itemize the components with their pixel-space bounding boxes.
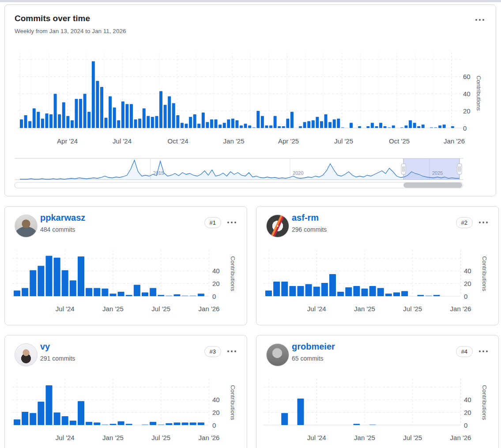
- rank-badge: #4: [456, 346, 473, 357]
- page-title: Commits over time: [15, 14, 90, 23]
- avatar[interactable]: [266, 343, 289, 366]
- svg-text:20: 20: [212, 409, 220, 416]
- svg-text:60: 60: [463, 73, 471, 80]
- svg-text:Jan '25: Jan '25: [354, 434, 375, 441]
- avatar[interactable]: [266, 215, 289, 237]
- svg-text:Jul '24: Jul '24: [307, 434, 326, 441]
- commit-count: 296 commits: [292, 226, 327, 233]
- svg-text:Jan '25: Jan '25: [354, 305, 375, 312]
- svg-text:0: 0: [464, 293, 467, 300]
- svg-text:Jul '24: Jul '24: [56, 305, 75, 312]
- svg-text:Jan '26: Jan '26: [199, 434, 220, 441]
- scrollbar-thumb[interactable]: [403, 183, 462, 188]
- svg-text:Jul '25: Jul '25: [334, 137, 353, 145]
- svg-text:2020: 2020: [293, 170, 303, 176]
- avatar[interactable]: [15, 343, 38, 366]
- kebab-menu-icon[interactable]: [226, 349, 238, 354]
- contributor-name-link[interactable]: ppkarwasz: [40, 213, 85, 223]
- svg-text:0: 0: [212, 293, 216, 300]
- svg-text:40: 40: [464, 267, 471, 275]
- svg-text:Jul '25: Jul '25: [151, 434, 170, 441]
- svg-text:0: 0: [212, 422, 216, 429]
- svg-text:Jan '25: Jan '25: [102, 305, 124, 312]
- svg-text:Apr '25: Apr '25: [278, 137, 299, 145]
- contributor-name-link[interactable]: vy: [40, 342, 50, 352]
- svg-text:Oct '24: Oct '24: [168, 137, 188, 145]
- brush-selection[interactable]: [403, 158, 460, 180]
- svg-text:Jan '25: Jan '25: [102, 434, 124, 441]
- svg-text:20: 20: [464, 409, 471, 416]
- avatar[interactable]: [15, 215, 38, 237]
- contributor-card: grobmeier 65 commits #4 02040Contributio…: [256, 335, 499, 448]
- commit-count: 291 commits: [40, 355, 75, 362]
- contributor-name-link[interactable]: asf-rm: [292, 213, 319, 223]
- svg-text:Contributions: Contributions: [475, 75, 482, 111]
- date-range-subtitle: Weekly from Jan 13, 2024 to Jan 11, 2026: [15, 28, 126, 34]
- svg-text:Contributions: Contributions: [481, 256, 488, 291]
- svg-text:Jul '24: Jul '24: [307, 305, 326, 312]
- svg-text:40: 40: [463, 90, 471, 98]
- svg-text:Jan '26: Jan '26: [450, 434, 471, 441]
- svg-text:Jul '24: Jul '24: [56, 434, 75, 441]
- svg-text:Contributions: Contributions: [230, 385, 236, 420]
- svg-text:Jul '25: Jul '25: [151, 305, 170, 312]
- commit-count: 484 commits: [40, 226, 75, 233]
- svg-text:Jan '26: Jan '26: [199, 305, 220, 312]
- contributor-card: asf-rm 296 commits #2 02040Contributions…: [256, 206, 499, 325]
- rank-badge: #2: [456, 217, 473, 228]
- kebab-menu-icon[interactable]: [226, 220, 238, 225]
- commit-count: 65 commits: [292, 355, 324, 362]
- svg-text:Jul '25: Jul '25: [403, 305, 422, 312]
- scrollbar-track[interactable]: [15, 182, 463, 188]
- svg-text:Jan '26: Jan '26: [450, 305, 471, 312]
- contributor-card: ppkarwasz 484 commits #1 02040Contributi…: [4, 206, 247, 325]
- svg-text:20: 20: [464, 280, 471, 287]
- page-top-divider: [0, 0, 501, 2]
- svg-text:Jan '26: Jan '26: [444, 137, 465, 145]
- svg-text:20: 20: [463, 107, 471, 115]
- kebab-menu-icon[interactable]: [474, 17, 486, 23]
- svg-text:20: 20: [212, 280, 220, 287]
- commits-over-time-card: Commits over time Weekly from Jan 13, 20…: [4, 4, 496, 196]
- svg-text:0: 0: [464, 422, 467, 429]
- svg-text:40: 40: [212, 267, 220, 275]
- svg-text:Oct '25: Oct '25: [389, 137, 410, 145]
- svg-text:2025: 2025: [432, 170, 443, 176]
- brush-handle-icon[interactable]: [401, 164, 406, 174]
- svg-text:Contributions: Contributions: [230, 256, 236, 291]
- svg-text:0: 0: [463, 124, 467, 132]
- svg-text:Contributions: Contributions: [481, 385, 488, 420]
- svg-text:Jan '25: Jan '25: [223, 137, 245, 145]
- svg-text:Jul '24: Jul '24: [113, 137, 132, 145]
- rank-badge: #1: [204, 217, 221, 228]
- kebab-menu-icon[interactable]: [477, 220, 490, 225]
- svg-text:40: 40: [464, 396, 471, 403]
- kebab-menu-icon[interactable]: [477, 349, 490, 354]
- svg-text:40: 40: [212, 396, 220, 403]
- svg-text:2015: 2015: [153, 170, 164, 176]
- contributor-card: vy 291 commits #3 02040ContributionsJul …: [4, 335, 247, 448]
- svg-text:Apr '24: Apr '24: [57, 137, 78, 145]
- svg-text:Jul '25: Jul '25: [403, 434, 422, 441]
- brush-handle-icon[interactable]: [457, 164, 462, 174]
- rank-badge: #3: [204, 346, 221, 357]
- contributor-name-link[interactable]: grobmeier: [292, 342, 335, 352]
